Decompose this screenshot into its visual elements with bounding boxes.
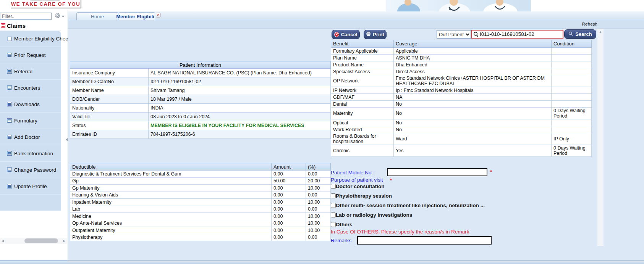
- others-note: In Case Of OTHERS, Please specify the re…: [331, 229, 469, 235]
- coverage-cell: Yes: [394, 145, 552, 157]
- sidebar-item-label: Bank Information: [14, 151, 53, 156]
- table-row: Plan NameASNIC TM DHA: [331, 55, 592, 61]
- main-area: Home Member Eligibili ✕ Refresh ✕ Cancel: [68, 11, 644, 264]
- cancel-button[interactable]: ✕ Cancel: [332, 30, 360, 39]
- patient-field-label: Insurance Company: [70, 69, 149, 77]
- deductible-col-header: Amount: [272, 163, 306, 171]
- bottom-strip: [0, 260, 644, 264]
- patient-mobile-input[interactable]: [387, 168, 487, 176]
- tab-bar: Home Member Eligibili ✕: [68, 11, 644, 20]
- filter-input[interactable]: [0, 13, 52, 20]
- deductible-table: DeductibleAmount(%) Diagnostic & Treatme…: [70, 163, 331, 241]
- scrollbar-track[interactable]: [5, 238, 61, 244]
- sidebar-item-encounters[interactable]: Encounters: [0, 80, 61, 96]
- refresh-link[interactable]: Refresh: [582, 22, 597, 26]
- remarks-input[interactable]: [357, 236, 492, 245]
- company-logo: WE TAKE CARE OF YOU: [11, 0, 81, 8]
- benefit-cell: IP Network: [331, 87, 394, 94]
- condition-cell: IP Only: [552, 133, 592, 145]
- purpose-checkbox[interactable]: [331, 184, 336, 189]
- table-row: Insurance CompanyAL SAGR NATIONAL INSURA…: [70, 69, 331, 77]
- table-row: Inpatient Maternity0.0010.00: [70, 199, 331, 206]
- tab-home[interactable]: Home: [76, 12, 118, 20]
- purpose-checkbox[interactable]: [331, 193, 336, 198]
- coverage-cell: No: [394, 126, 552, 133]
- deductible-col-header: Deductible: [70, 163, 272, 171]
- sidebar-item-change-password[interactable]: Change Password: [0, 162, 61, 178]
- benefit-cell: Dental: [331, 101, 394, 108]
- visit-type-select[interactable]: Out Patient: [437, 30, 471, 39]
- print-button[interactable]: Print: [364, 30, 387, 39]
- chevron-down-icon: [61, 16, 65, 17]
- scroll-up-icon[interactable]: ▲: [597, 29, 604, 35]
- sidebar-item-label: Referral: [14, 69, 32, 74]
- sidebar-item-referral[interactable]: Referral: [0, 63, 61, 80]
- deductible-name-cell: Gp: [70, 177, 272, 185]
- percent-cell: 0.00: [306, 206, 331, 213]
- sidebar-item-downloads[interactable]: Downloads: [0, 96, 61, 113]
- purpose-option-lab-or[interactable]: Lab or radiology investigations: [331, 212, 412, 218]
- tab-member-eligibility[interactable]: Member Eligibili ✕: [119, 12, 155, 20]
- amount-cell: 0.00: [272, 199, 306, 206]
- table-row: Gp Maternity0.0010.00: [70, 185, 331, 192]
- purpose-option-physiotherapy-session[interactable]: Physiotherapy session: [331, 193, 392, 199]
- amount-cell: 0.00: [272, 171, 306, 178]
- purpose-option-label: Doctor consultation: [336, 184, 385, 189]
- patient-field-value: I011-010-116910581-02: [149, 77, 331, 86]
- percent-cell: 0.00: [306, 171, 331, 178]
- table-row: OP NetworkFmc Standard Network Clinics+A…: [331, 75, 592, 87]
- condition-cell: [552, 87, 592, 94]
- sidebar-item-member-eligibility-check[interactable]: Member Eligibility Check: [0, 31, 61, 47]
- purpose-option-doctor-consultation[interactable]: Doctor consultation: [331, 184, 385, 189]
- benefit-col-header: Benefit: [331, 40, 394, 48]
- sidebar-item-label: Add Doctor: [14, 134, 40, 140]
- member-id-search-input[interactable]: [479, 31, 563, 37]
- sidebar-horizontal-scrollbar[interactable]: ◀ ▶: [0, 238, 67, 244]
- purpose-checkbox[interactable]: [331, 222, 336, 227]
- patient-field-label: DOB/Gender: [70, 95, 149, 104]
- table-row: NationalityINDIA: [70, 104, 331, 113]
- coverage-cell: No: [394, 119, 552, 126]
- purpose-option-label: Physiotherapy session: [336, 193, 392, 199]
- table-row: Emirates ID784-1997-5175206-6: [70, 130, 331, 139]
- panel-collapse-icon[interactable]: [66, 138, 68, 141]
- search-button[interactable]: Search: [564, 29, 596, 39]
- percent-cell: 0.00: [306, 192, 331, 199]
- condition-cell: [552, 101, 592, 108]
- sidebar-item-formulary[interactable]: Formulary: [0, 113, 61, 129]
- patient-field-label: Member Name: [70, 86, 149, 95]
- benefit-cell: Maternity: [331, 108, 394, 119]
- vertical-scrollbar[interactable]: ▲: [597, 29, 604, 246]
- sidebar-item-prior-request[interactable]: Prior Request: [0, 47, 61, 63]
- coverage-cell: Ip : Fmc Standard Network Hospitals: [394, 87, 552, 94]
- scroll-left-icon[interactable]: ◀: [0, 238, 5, 244]
- deductible-name-cell: Physiotherapy: [70, 234, 272, 241]
- document-icon: [7, 69, 12, 74]
- patient-info-title: Patient Information: [70, 61, 331, 69]
- table-row: Member NameShivam Tamang: [70, 86, 331, 95]
- close-icon[interactable]: ✕: [156, 13, 161, 18]
- sidebar-section-title: Claims: [7, 23, 26, 29]
- patient-field-value: Shivam Tamang: [149, 86, 331, 95]
- sidebar-item-add-doctor[interactable]: Add Doctor: [0, 129, 61, 145]
- scrollbar-thumb[interactable]: [24, 238, 58, 243]
- sidebar-item-label: Encounters: [14, 85, 40, 91]
- purpose-checkbox[interactable]: [331, 203, 336, 208]
- purpose-option-others[interactable]: Others: [331, 222, 353, 227]
- settings-menu-button[interactable]: [55, 13, 66, 20]
- sidebar-item-update-profile[interactable]: Update Profile: [0, 178, 61, 195]
- sidebar-item-bank-information[interactable]: Bank Information: [0, 145, 61, 162]
- condition-cell: [552, 48, 592, 55]
- scroll-right-icon[interactable]: ▶: [61, 238, 67, 244]
- document-icon: [7, 85, 12, 90]
- purpose-checkbox[interactable]: [331, 212, 336, 217]
- amount-cell: 0.00: [272, 220, 306, 227]
- purpose-required-marker: *: [390, 177, 392, 183]
- purpose-option-label: Lab or radiology investigations: [336, 212, 412, 218]
- mobile-no-label: Patient Mobile No :: [331, 170, 374, 175]
- patient-info-table: Patient Information Insurance CompanyAL …: [70, 61, 331, 139]
- patient-field-label: Member ID-CardNo: [70, 77, 149, 86]
- table-row: Valid Till08 Jun 2023 to 07 Jun 2024: [70, 113, 331, 121]
- percent-cell: 0.00: [306, 234, 331, 241]
- purpose-option-other-multi-[interactable]: Other multi- session treatment like inje…: [331, 203, 485, 208]
